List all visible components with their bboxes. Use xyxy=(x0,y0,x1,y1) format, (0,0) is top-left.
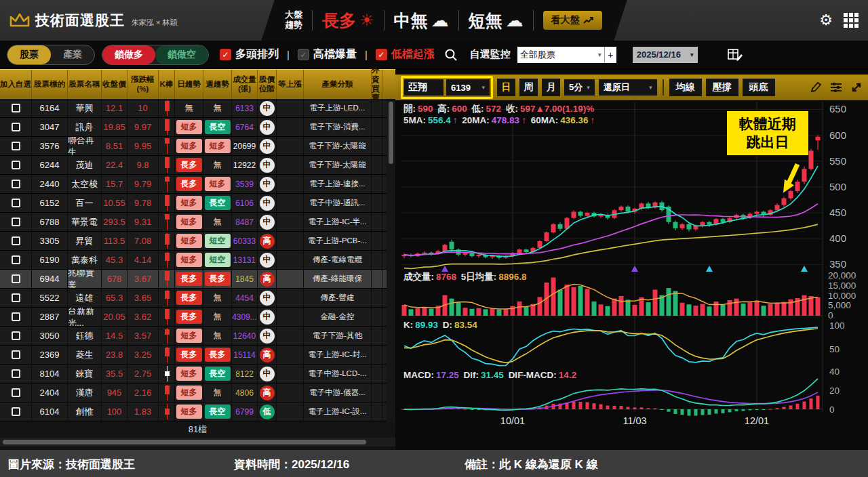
column-header-0[interactable]: 加入自選 xyxy=(0,70,32,99)
table-row[interactable]: 2369菱生23.83.25長多長多15114高電子上游-IC-封... xyxy=(0,346,395,365)
cell-weekly-trend: 短多 xyxy=(203,137,232,155)
cell-foreign-partial xyxy=(372,99,382,117)
checkbox-icon[interactable]: ✓ xyxy=(298,49,309,60)
filter-check-0[interactable]: ✓多頭排列 xyxy=(220,47,279,62)
lock-short-button[interactable]: 鎖做空 xyxy=(155,45,208,64)
cell-foreign-partial xyxy=(372,402,382,421)
period-month-button[interactable]: 月 xyxy=(542,79,560,96)
cell-pct: 2.75 xyxy=(127,365,159,383)
row-checkbox[interactable] xyxy=(12,331,20,340)
gear-icon[interactable]: ⚙ xyxy=(819,12,833,29)
table-row[interactable]: 2887台新新光...20.053.62長多無4309...中金融-金控 xyxy=(0,308,395,327)
adjust-sliders-icon[interactable] xyxy=(830,81,842,94)
column-header-4[interactable]: 漲跌幅(%) xyxy=(127,70,159,99)
svg-text:650: 650 xyxy=(829,103,846,115)
column-header-2[interactable]: 股票名稱 xyxy=(68,70,102,99)
cell-industry: 電子中游-通訊... xyxy=(304,194,372,212)
support-resistance-button[interactable]: 壓撐 xyxy=(706,79,738,96)
trend-badge: 長空 xyxy=(205,120,231,134)
report-edit-icon[interactable] xyxy=(728,48,743,62)
column-header-10[interactable]: 等上漲 xyxy=(277,70,304,99)
search-icon[interactable] xyxy=(444,48,458,62)
checkbox-icon[interactable]: ✓ xyxy=(220,49,231,60)
table-row[interactable]: 3050鈺德14.53.57短多無12640中電子下游-其他 xyxy=(0,327,395,346)
table-row[interactable]: 3576聯合再生8.519.95短多短多20699中電子下游-太陽能 xyxy=(0,137,395,156)
lock-long-button[interactable]: 鎖做多 xyxy=(102,45,155,64)
checkbox-icon[interactable]: ✓ xyxy=(376,49,387,60)
row-checkbox[interactable] xyxy=(12,142,20,150)
table-row[interactable]: 6244茂迪22.49.8長多無12922中電子下游-太陽能 xyxy=(0,156,395,175)
tab-stock[interactable]: 股票 xyxy=(7,45,51,64)
pencil-icon[interactable] xyxy=(810,81,822,94)
code-select[interactable]: 6139 ▾ xyxy=(446,79,490,96)
table-row[interactable]: 6164華興12.110無無6133中電子上游-LED... xyxy=(0,99,395,118)
table-row[interactable]: 3305昇貿113.57.08短多短空60333高電子上游-PCB-... xyxy=(0,232,395,251)
table-row[interactable]: 6788華景電293.59.31短多無8487中電子上游-IC-半... xyxy=(0,213,395,232)
row-checkbox[interactable] xyxy=(12,312,20,321)
column-header-9[interactable]: 股價位階 xyxy=(258,70,277,99)
table-row[interactable]: 2440太空梭15.79.79長多短多3539中電子上游-連接... xyxy=(0,175,395,194)
row-checkbox[interactable] xyxy=(12,255,20,264)
table-body: 6164華興12.110無無6133中電子上游-LED...3047訊舟19.8… xyxy=(0,99,395,421)
svg-text:0: 0 xyxy=(829,405,835,415)
trend-label: 短無 xyxy=(469,9,502,32)
row-checkbox[interactable] xyxy=(12,236,20,245)
restore-select[interactable]: 還原日 ▾ xyxy=(599,79,657,96)
table-row[interactable]: 5522遠雄65.33.65長多無4454中傳產-營建 xyxy=(0,289,395,308)
row-checkbox[interactable] xyxy=(12,388,20,397)
expand-icon[interactable] xyxy=(850,81,863,94)
top-bottom-button[interactable]: 頭底 xyxy=(743,79,775,96)
cell-pct: 9.95 xyxy=(127,137,159,155)
table-row[interactable]: 6944兆聯實業6783.67長多長多1845高傳產-綠能環保 xyxy=(0,270,395,289)
row-checkbox[interactable] xyxy=(12,123,20,131)
symbol-input[interactable] xyxy=(404,79,443,96)
column-header-1[interactable]: 股票標的 xyxy=(32,70,68,99)
horizontal-scrollbar[interactable] xyxy=(0,438,395,447)
apps-grid-icon[interactable] xyxy=(844,13,859,28)
k-candle-icon xyxy=(159,365,174,383)
table-row[interactable]: 6104創惟1001.83短多長空6799低電子上游-IC-設... xyxy=(0,402,395,421)
table-row[interactable]: 6190萬泰科45.34.14短多短空13131中傳產-電線電纜 xyxy=(0,251,395,270)
row-checkbox[interactable] xyxy=(12,350,20,359)
cell-industry: 電子下游-其他 xyxy=(304,327,372,345)
table-row[interactable]: 6152百一10.559.78短多長空6106中電子中游-通訊... xyxy=(0,194,395,213)
date-select[interactable]: 2025/12/16 ▾ xyxy=(633,47,698,63)
add-watchlist-button[interactable]: + xyxy=(604,47,616,63)
row-checkbox[interactable] xyxy=(12,274,20,283)
ma-button[interactable]: 均線 xyxy=(669,79,702,96)
view-market-button[interactable]: 看大盤 xyxy=(543,11,602,30)
h-scroll-thumb[interactable] xyxy=(3,440,366,444)
table-row[interactable]: 3047訊舟19.859.97短多長空6764中電子下游-消費... xyxy=(0,118,395,137)
row-checkbox[interactable] xyxy=(12,199,20,207)
row-checkbox[interactable] xyxy=(12,161,20,169)
watchlist-select[interactable]: 全部股票 ▾ xyxy=(517,47,604,63)
row-checkbox[interactable] xyxy=(12,180,20,188)
filter-check-2[interactable]: ✓低檔起漲 xyxy=(376,47,435,62)
vertical-scrollbar[interactable] xyxy=(387,99,395,421)
v-scroll-thumb[interactable] xyxy=(389,102,393,164)
period-minute-select[interactable]: 5分 ▾ xyxy=(564,79,595,96)
column-header-6[interactable]: 日趨勢 xyxy=(175,70,203,99)
row-checkbox[interactable] xyxy=(12,217,20,226)
cell-pct: 9.8 xyxy=(127,156,159,174)
tab-industry[interactable]: 產業 xyxy=(51,45,94,64)
row-checkbox[interactable] xyxy=(12,407,20,416)
column-header-12[interactable]: 外資買賣 xyxy=(372,70,382,99)
filter-check-1[interactable]: ✓高檔爆量 xyxy=(298,47,357,62)
checkbox-label: 高檔爆量 xyxy=(313,47,357,62)
period-week-button[interactable]: 周 xyxy=(519,79,538,96)
row-checkbox[interactable] xyxy=(12,369,20,378)
row-checkbox[interactable] xyxy=(12,104,20,112)
table-row[interactable]: 2404漢唐9452.16短多無4806高電子中游-儀器... xyxy=(0,383,395,402)
column-header-8[interactable]: 成交量(張) xyxy=(232,70,258,99)
column-header-11[interactable]: 產業分類 xyxy=(304,70,372,99)
table-row[interactable]: 8104錸寶35.52.75短多長空8122中電子中游-LCD-... xyxy=(0,365,395,383)
cell-code: 3305 xyxy=(32,232,68,250)
kd-info-line: K:89.93 D:83.54 xyxy=(403,320,479,330)
column-header-3[interactable]: 收盤價 xyxy=(102,70,127,99)
column-header-7[interactable]: 週趨勢 xyxy=(203,70,232,99)
period-day-button[interactable]: 日 xyxy=(497,79,515,96)
column-header-5[interactable]: K棒 xyxy=(159,70,175,99)
row-checkbox[interactable] xyxy=(12,293,20,302)
price-level-badge: 中 xyxy=(260,291,275,306)
